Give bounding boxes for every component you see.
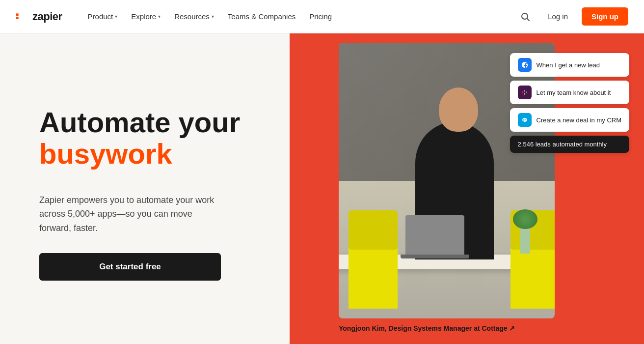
logo-text: zapier <box>32 10 62 23</box>
workflow-card-3-text: Create a new deal in my CRM <box>537 116 621 124</box>
slack-icon <box>518 86 532 99</box>
svg-rect-6 <box>526 91 527 93</box>
workflow-card-3: sf Create a new deal in my CRM <box>510 108 629 132</box>
get-started-button[interactable]: Get started free <box>39 253 221 281</box>
nav-item-pricing[interactable]: Pricing <box>303 8 338 25</box>
nav-item-resources[interactable]: Resources ▾ <box>168 8 220 25</box>
search-button[interactable] <box>516 8 534 26</box>
workflow-card-2: Let my team know about it <box>510 81 629 104</box>
workflow-cards: When I get a new lead Let my team know a… <box>510 53 629 153</box>
navbar: zapier Product ▾ Explore ▾ Resources ▾ T… <box>0 0 644 33</box>
laptop <box>405 215 464 255</box>
hero-right-panel: When I get a new lead Let my team know a… <box>290 33 644 344</box>
svg-rect-4 <box>522 91 523 93</box>
facebook-icon <box>518 58 532 72</box>
chevron-down-icon: ▾ <box>115 14 117 19</box>
external-link-icon: ↗ <box>509 324 515 332</box>
svg-line-3 <box>527 18 530 21</box>
headline-accent: busywork <box>39 138 260 170</box>
nav-item-explore[interactable]: Explore ▾ <box>125 8 166 25</box>
chevron-down-icon: ▾ <box>212 14 214 19</box>
hero-headline: Automate your busywork <box>39 107 260 170</box>
svg-text:sf: sf <box>522 118 526 122</box>
flower-vase <box>520 224 530 254</box>
main-layout: Automate your busywork Zapier empowers y… <box>0 33 644 344</box>
chevron-down-icon: ▾ <box>158 14 161 19</box>
photo-caption[interactable]: Yongjoon Kim, Design Systems Manager at … <box>339 324 515 332</box>
workflow-card-1: When I get a new lead <box>510 53 629 77</box>
svg-rect-1 <box>16 17 19 19</box>
nav-links: Product ▾ Explore ▾ Resources ▾ Teams & … <box>82 8 517 25</box>
svg-rect-7 <box>524 93 525 95</box>
photo-chair-left <box>349 240 398 309</box>
salesforce-icon: sf <box>518 113 532 127</box>
nav-item-product[interactable]: Product ▾ <box>82 8 124 25</box>
login-button[interactable]: Log in <box>542 8 574 25</box>
svg-rect-5 <box>524 90 525 92</box>
workflow-card-stat: 2,546 leads automated monthly <box>510 136 629 153</box>
logo[interactable]: zapier <box>16 10 62 23</box>
svg-rect-0 <box>16 13 19 16</box>
nav-actions: Log in Sign up <box>516 7 628 26</box>
photo-chair-right <box>510 240 555 309</box>
caption-text: Yongjoon Kim, Design Systems Manager at … <box>339 324 508 332</box>
workflow-card-stat-text: 2,546 leads automated monthly <box>518 141 607 148</box>
workflow-card-1-text: When I get a new lead <box>537 61 600 69</box>
hero-left-panel: Automate your busywork Zapier empowers y… <box>0 33 290 344</box>
workflow-card-2-text: Let my team know about it <box>537 89 611 96</box>
chair-back-left <box>349 210 398 250</box>
hero-subtext: Zapier empowers you to automate your wor… <box>39 193 226 235</box>
person-head <box>439 87 478 132</box>
nav-item-teams[interactable]: Teams & Companies <box>222 8 301 25</box>
signup-button[interactable]: Sign up <box>582 7 628 26</box>
